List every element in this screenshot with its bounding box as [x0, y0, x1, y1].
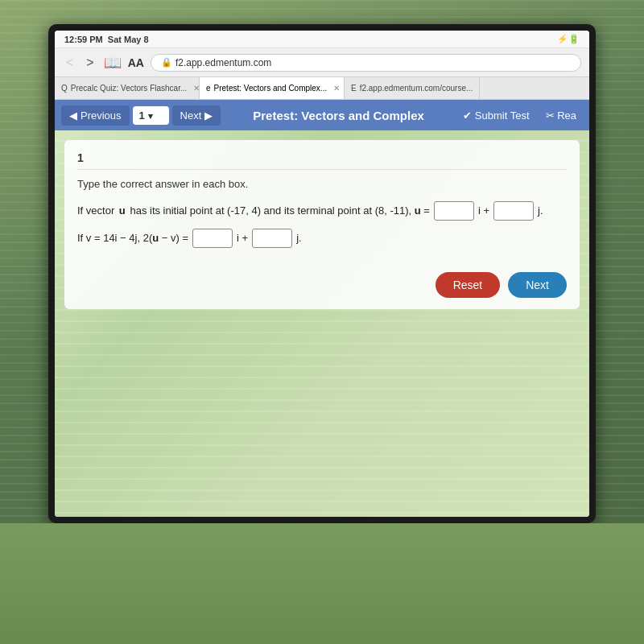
line2-i-label: i + — [237, 229, 248, 247]
tab-pretest-icon: e — [206, 84, 211, 93]
address-bar[interactable]: 🔒 f2.app.edmentum.com — [151, 54, 581, 72]
question-number-display: 1 — [139, 109, 145, 122]
scissors-icon: ✂ — [546, 109, 555, 122]
tab-precalc-close[interactable]: ✕ — [193, 84, 200, 93]
desk-surface — [0, 523, 644, 644]
browser-toolbar: < > 📖 AA 🔒 f2.app.edmentum.com — [55, 48, 589, 77]
question-line-1: If vector u has its initial point at (-1… — [77, 201, 567, 221]
line1-prefix: If vector — [77, 201, 118, 220]
app-nav-bar: ◀ Previous 1 Next ▶ Pretest: Vectors and… — [55, 100, 589, 130]
next-arrow-icon: ▶ — [204, 109, 213, 122]
tab-precalc[interactable]: Q Precalc Quiz: Vectors Flashcar... ✕ — [55, 77, 200, 99]
question-number: 1 — [77, 151, 567, 170]
tab-precalc-label: Precalc Quiz: Vectors Flashcar... — [71, 84, 188, 93]
v-i-input[interactable] — [192, 229, 233, 248]
url-text: f2.app.edmentum.com — [175, 57, 271, 68]
tab-pretest[interactable]: e Pretest: Vectors and Complex... ✕ — [200, 77, 345, 99]
browser-tabs: Q Precalc Quiz: Vectors Flashcar... ✕ e … — [55, 77, 589, 100]
tab-pretest-close[interactable]: ✕ — [333, 84, 340, 93]
reset-button[interactable]: Reset — [436, 272, 501, 298]
tab-f2app-label: f2.app.edmentum.com/course... — [360, 84, 473, 93]
submit-test-button[interactable]: ✔ Submit Test — [456, 106, 536, 125]
line2-j-label: j. — [296, 229, 302, 247]
read-label: Rea — [557, 109, 576, 122]
question-card: 1 Type the correct answer in each box. I… — [64, 140, 580, 309]
lock-icon: 🔒 — [161, 57, 172, 68]
v-j-input[interactable] — [252, 229, 292, 248]
question-selector[interactable]: 1 — [133, 106, 169, 125]
tab-pretest-label: Pretest: Vectors and Complex... — [214, 84, 328, 93]
next-button-nav[interactable]: Next ▶ — [172, 105, 221, 126]
tab-precalc-icon: Q — [61, 84, 68, 93]
app-title: Pretest: Vectors and Complex — [224, 109, 453, 122]
status-icons: ⚡🔋 — [557, 34, 580, 44]
line2-prefix: If v = 14i − 4j, 2(u − v) = — [77, 229, 188, 247]
next-label-nav: Next — [180, 109, 202, 122]
question-line-2: If v = 14i − 4j, 2(u − v) = i + j. — [77, 229, 567, 248]
screen-inner: 12:59 PM Sat May 8 ⚡🔋 < > 📖 AA 🔒 f2.app.… — [55, 31, 589, 517]
question-instruction: Type the correct answer in each box. — [77, 178, 567, 190]
line1-middle: has its initial point at (-17, 4) and it… — [127, 201, 430, 220]
aa-text: AA — [128, 56, 144, 69]
laptop-frame: 12:59 PM Sat May 8 ⚡🔋 < > 📖 AA 🔒 f2.app.… — [0, 0, 644, 644]
read-button[interactable]: ✂ Rea — [539, 106, 583, 125]
screen-bezel: 12:59 PM Sat May 8 ⚡🔋 < > 📖 AA 🔒 f2.app.… — [48, 24, 596, 523]
chevron-down-icon — [148, 109, 153, 122]
line1-j-label: j. — [538, 201, 543, 220]
action-row: Reset Next — [77, 264, 567, 298]
submit-label: Submit Test — [475, 109, 530, 122]
previous-arrow-icon: ◀ — [69, 109, 77, 122]
browser-forward-button[interactable]: > — [83, 54, 97, 72]
line1-i-label: i + — [478, 201, 489, 220]
tab-f2app-icon: E — [351, 84, 357, 93]
next-button[interactable]: Next — [508, 272, 567, 298]
previous-button[interactable]: ◀ Previous — [61, 105, 130, 126]
u-j-input[interactable] — [493, 201, 534, 221]
content-area: 1 Type the correct answer in each box. I… — [55, 130, 589, 517]
u-i-input[interactable] — [434, 201, 474, 221]
status-time-date: 12:59 PM Sat May 8 — [64, 35, 149, 44]
reader-icon: 📖 — [104, 54, 122, 72]
checkmark-icon: ✔ — [463, 109, 472, 122]
tab-f2app[interactable]: E f2.app.edmentum.com/course... — [345, 77, 480, 99]
line1-u-variable: u — [119, 201, 126, 220]
status-bar: 12:59 PM Sat May 8 ⚡🔋 — [55, 31, 589, 48]
browser-back-button[interactable]: < — [63, 54, 76, 72]
previous-label: Previous — [80, 109, 122, 122]
